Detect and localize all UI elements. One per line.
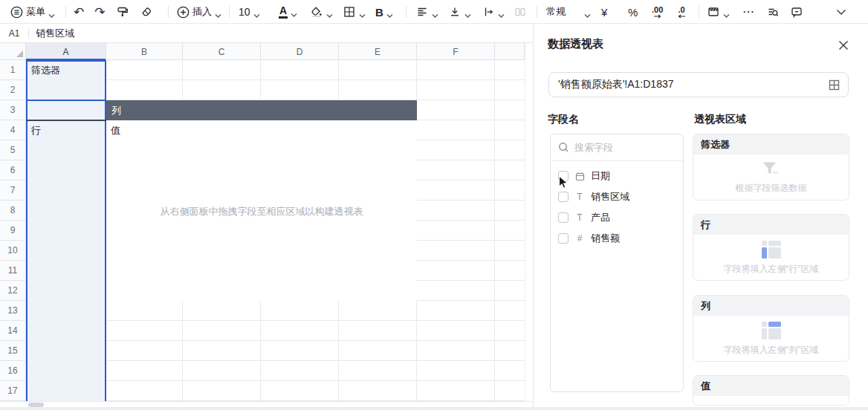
merge-cells-icon xyxy=(514,5,527,19)
field-item[interactable]: #销售额 xyxy=(551,228,683,249)
columns-area-card[interactable]: 列 字段将填入左侧“列”区域 xyxy=(693,295,849,362)
chevron-down-icon xyxy=(253,10,260,15)
arrow-right-icon xyxy=(653,14,662,19)
currency-format-button[interactable]: ¥ xyxy=(599,5,609,19)
cell-a4[interactable]: 行 xyxy=(31,124,41,137)
more-tools-button[interactable]: ⋯ xyxy=(740,4,757,19)
source-range-input[interactable] xyxy=(558,79,828,91)
select-all-triangle-icon xyxy=(16,51,23,57)
row-header-7[interactable]: 7 xyxy=(0,180,26,201)
row-header-5[interactable]: 5 xyxy=(0,140,26,160)
row-headers: 1234567891011121314151617 xyxy=(0,60,26,401)
select-range-icon[interactable] xyxy=(828,79,841,91)
field-item[interactable]: T产品 xyxy=(551,207,683,228)
row-header-12[interactable]: 12 xyxy=(0,281,26,301)
undo-button[interactable]: ↶ xyxy=(71,4,86,20)
text-orientation-button[interactable] xyxy=(479,4,507,20)
percent-icon: % xyxy=(628,7,638,18)
column-header-B[interactable]: B xyxy=(106,43,183,60)
comment-button[interactable] xyxy=(788,4,806,20)
font-color-icon: A xyxy=(279,5,288,19)
vertical-align-button[interactable] xyxy=(446,4,473,20)
select-all-corner[interactable] xyxy=(0,43,26,60)
row-header-9[interactable]: 9 xyxy=(0,221,26,241)
row-header-13[interactable]: 13 xyxy=(0,301,26,321)
row-header-2[interactable]: 2 xyxy=(0,80,26,100)
window-bottom-edge xyxy=(0,407,868,410)
cell-b4[interactable]: 值 xyxy=(111,124,120,137)
row-header-3[interactable]: 3 xyxy=(0,100,26,120)
fill-color-button[interactable] xyxy=(308,4,335,20)
find-filter-button[interactable] xyxy=(764,4,782,20)
row-header-4[interactable]: 4 xyxy=(0,120,26,140)
cells-area[interactable]: 列 筛选器 行 值 从右侧面板中拖拽字段至相应区域以构建透视表 xyxy=(26,60,525,401)
fields-list: 日期T销售区域T产品#销售额 xyxy=(550,134,684,392)
chevron-down-icon xyxy=(498,10,505,15)
row-header-15[interactable]: 15 xyxy=(0,341,26,361)
number-type-icon: # xyxy=(577,233,583,244)
column-header-C[interactable]: C xyxy=(183,43,261,60)
row-header-11[interactable]: 11 xyxy=(0,261,26,281)
redo-button[interactable]: ↷ xyxy=(92,4,107,20)
row-header-8[interactable]: 8 xyxy=(0,201,26,221)
decrease-decimal-button[interactable]: .0 xyxy=(675,4,688,20)
column-header-partial[interactable] xyxy=(495,43,525,60)
source-range-field[interactable] xyxy=(548,72,849,97)
currency-icon: ¥ xyxy=(601,7,607,18)
chevron-down-icon xyxy=(723,10,730,15)
main-menu-button[interactable]: 菜单 xyxy=(7,4,57,20)
field-item[interactable]: 日期 xyxy=(551,166,683,186)
rows-area-card[interactable]: 行 字段将填入左侧“行”区域 xyxy=(693,214,849,281)
percent-format-button[interactable]: % xyxy=(626,5,640,19)
field-checkbox[interactable] xyxy=(558,212,569,223)
format-painter-button[interactable] xyxy=(114,4,132,20)
column-header-D[interactable]: D xyxy=(261,43,339,60)
row-header-6[interactable]: 6 xyxy=(0,160,26,180)
align-left-icon xyxy=(415,5,429,19)
eraser-button[interactable] xyxy=(137,4,155,20)
row-header-10[interactable]: 10 xyxy=(0,241,26,261)
font-color-button[interactable]: A xyxy=(276,4,299,20)
row-header-17[interactable]: 17 xyxy=(0,381,26,401)
cell-a1[interactable]: 筛选器 xyxy=(31,64,60,77)
values-area-card[interactable]: 值 xyxy=(693,375,849,406)
pivot-columns-bar[interactable]: 列 xyxy=(106,100,417,120)
horizontal-align-button[interactable] xyxy=(413,4,441,20)
gridline xyxy=(494,60,495,401)
field-search[interactable] xyxy=(551,134,683,161)
number-format-button[interactable]: 常规 xyxy=(544,4,593,20)
field-search-input[interactable] xyxy=(574,142,656,153)
filters-area-card[interactable]: 筛选器 根据字段筛选数据 xyxy=(693,134,849,201)
collapse-toolbar-button[interactable] xyxy=(834,7,849,17)
column-header-E[interactable]: E xyxy=(339,43,417,60)
field-item[interactable]: T销售区域 xyxy=(551,186,683,207)
vertical-scrollbar[interactable] xyxy=(525,43,533,401)
pivot-table-panel: 数据透视表 字段名 透视表区域 日期T销售区域T产品#销售额 筛选器 根据字段筛… xyxy=(534,24,868,407)
chevron-down-icon xyxy=(386,10,393,15)
borders-button[interactable] xyxy=(340,4,368,20)
field-checkbox[interactable] xyxy=(558,233,569,244)
row-header-14[interactable]: 14 xyxy=(0,321,26,341)
close-panel-button[interactable] xyxy=(837,39,850,52)
row-header-16[interactable]: 16 xyxy=(0,361,26,381)
field-checkbox[interactable] xyxy=(558,192,569,202)
merge-cells-button[interactable] xyxy=(511,4,529,20)
formula-input[interactable]: 销售区域 xyxy=(29,27,533,40)
bold-button[interactable]: B xyxy=(373,4,395,20)
column-header-F[interactable]: F xyxy=(417,43,495,60)
values-area-title: 值 xyxy=(693,376,849,396)
column-header-A[interactable]: A xyxy=(26,43,106,60)
name-box[interactable]: A1 xyxy=(0,28,28,39)
conditional-format-icon xyxy=(707,5,720,19)
insert-button[interactable]: 插入 xyxy=(174,4,224,20)
chevron-down-icon xyxy=(359,10,366,15)
font-size-button[interactable]: 10 xyxy=(236,4,262,19)
filters-area-title: 筛选器 xyxy=(693,134,849,154)
row-header-1[interactable]: 1 xyxy=(0,60,26,80)
conditional-format-button[interactable] xyxy=(705,4,732,20)
redo-icon: ↷ xyxy=(94,6,105,19)
chevron-down-icon xyxy=(291,9,297,14)
bold-icon: B xyxy=(375,6,383,19)
horizontal-scrollbar[interactable] xyxy=(0,401,533,407)
increase-decimal-button[interactable]: .00 xyxy=(650,4,665,20)
